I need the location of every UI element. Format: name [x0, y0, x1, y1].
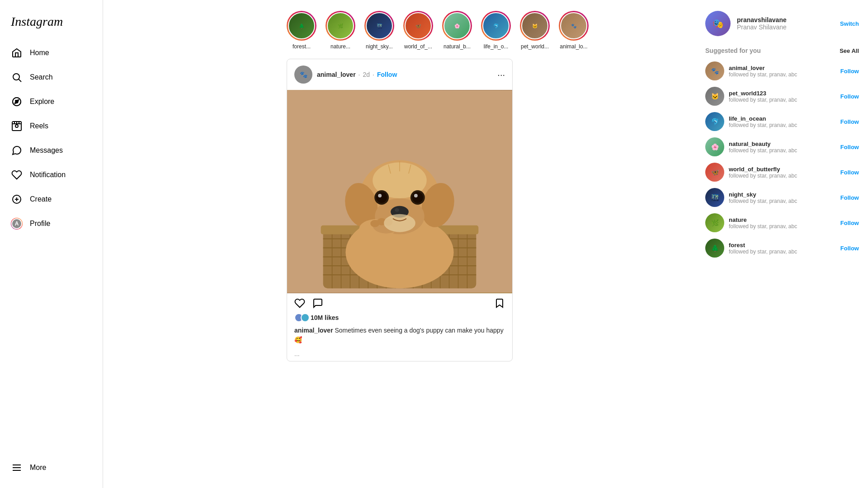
suggestion-username-animal-lover[interactable]: animal_lover — [729, 65, 836, 71]
story-label-butterfly: world_of_... — [404, 43, 432, 50]
story-night-sky[interactable]: 🌃 night_sky... — [364, 11, 394, 50]
story-nature[interactable]: 🌿 nature... — [326, 11, 355, 50]
suggestion-username-pet-world123[interactable]: pet_world123 — [729, 90, 836, 97]
suggestion-night-sky: 🌃 night_sky followed by star, pranav, ab… — [705, 188, 859, 207]
story-label-ocean: life_in_o... — [484, 43, 509, 50]
suggestion-avatar-pet-world123[interactable]: 🐱 — [705, 87, 724, 106]
post-comment-ellipsis[interactable]: ... — [287, 350, 512, 361]
user-profile-fullname: Pranav Shilavane — [737, 23, 834, 31]
story-ring-nature: 🌿 — [326, 11, 355, 41]
story-label-nature: nature... — [330, 43, 350, 50]
sidebar-label-reels: Reels — [30, 122, 48, 130]
suggestion-username-forest[interactable]: forest — [729, 242, 836, 249]
switch-account-button[interactable]: Switch — [840, 20, 859, 27]
sidebar-label-profile: Profile — [30, 220, 50, 228]
suggestion-info-natural-beauty: natural_beauty followed by star, pranav,… — [729, 141, 836, 154]
post-follow-button[interactable]: Follow — [377, 71, 397, 78]
story-ring-butterfly: 🦋 — [403, 11, 433, 41]
follow-button-natural-beauty[interactable]: Follow — [840, 144, 859, 150]
follow-button-forest[interactable]: Follow — [840, 245, 859, 252]
post-caption-username[interactable]: animal_lover — [294, 327, 333, 334]
suggestion-avatar-nature[interactable]: 🌿 — [705, 213, 724, 232]
suggestion-username-natural-beauty[interactable]: natural_beauty — [729, 141, 836, 147]
follow-button-life-ocean[interactable]: Follow — [840, 118, 859, 125]
heart-icon — [11, 169, 23, 181]
suggestion-sub-world-butterfly: followed by star, pranav, abc — [729, 173, 810, 179]
suggestion-avatar-night-sky[interactable]: 🌃 — [705, 188, 724, 207]
suggestion-avatar-natural-beauty[interactable]: 🌸 — [705, 137, 724, 156]
suggestion-avatar-forest[interactable]: 🌲 — [705, 239, 724, 258]
see-all-button[interactable]: See All — [840, 47, 859, 54]
suggestion-avatar-animal-lover[interactable]: 🐾 — [705, 61, 724, 80]
sidebar-item-notification[interactable]: Notification — [5, 164, 97, 186]
follow-button-nature[interactable]: Follow — [840, 220, 859, 226]
suggestion-animal-lover: 🐾 animal_lover followed by star, pranav,… — [705, 61, 859, 80]
post-username-row: animal_lover · 2d · Follow — [317, 71, 493, 78]
app-logo[interactable]: Instagram — [5, 9, 97, 40]
suggestion-username-nature[interactable]: nature — [729, 216, 836, 223]
post-user-avatar[interactable]: 🐾 — [294, 66, 312, 84]
post-time: 2d — [363, 71, 370, 78]
suggestion-info-world-butterfly: world_of_butterfly followed by star, pra… — [729, 166, 836, 179]
suggested-header: Suggested for you See All — [705, 47, 859, 54]
like-button[interactable] — [294, 298, 305, 309]
post-header: 🐾 animal_lover · 2d · Follow ··· — [287, 59, 512, 90]
post-separator: · — [359, 71, 360, 78]
suggestion-info-nature: nature followed by star, pranav, abc — [729, 216, 836, 230]
story-avatar-forest: 🌲 — [288, 12, 315, 39]
post-separator2: · — [373, 71, 374, 78]
story-life-ocean[interactable]: 🐬 life_in_o... — [481, 11, 511, 50]
suggestion-pet-world123: 🐱 pet_world123 followed by star, pranav,… — [705, 87, 859, 106]
follow-button-world-butterfly[interactable]: Follow — [840, 169, 859, 176]
suggestion-avatar-world-butterfly[interactable]: 🦋 — [705, 163, 724, 182]
story-natural-beauty[interactable]: 🌸 natural_b... — [442, 11, 472, 50]
sidebar-item-create[interactable]: Create — [5, 188, 97, 211]
suggestion-info-forest: forest followed by star, pranav, abc — [729, 242, 836, 255]
sidebar-item-messages[interactable]: Messages — [5, 139, 97, 162]
story-animal-lover[interactable]: 🐾 animal_lo... — [559, 11, 589, 50]
heart-outline-icon — [294, 298, 305, 309]
sidebar-item-profile[interactable]: A Profile — [5, 212, 97, 235]
suggested-title: Suggested for you — [705, 47, 761, 54]
post-username[interactable]: animal_lover — [317, 71, 356, 78]
bookmark-button[interactable] — [494, 298, 505, 309]
suggestion-sub-forest: followed by star, pranav, abc — [729, 249, 810, 255]
post-more-button[interactable]: ··· — [497, 70, 505, 79]
suggestion-info-night-sky: night_sky followed by star, pranav, abc — [729, 191, 836, 204]
story-ring-animal: 🐾 — [559, 11, 589, 41]
sidebar-label-more: More — [30, 464, 46, 472]
user-profile-username[interactable]: pranavshilavane — [737, 16, 834, 23]
sidebar-item-more[interactable]: More — [5, 456, 97, 479]
suggestion-sub-night-sky: followed by star, pranav, abc — [729, 198, 810, 204]
story-forest[interactable]: 🌲 forest... — [287, 11, 316, 50]
story-world-butterfly[interactable]: 🦋 world_of_... — [403, 11, 433, 50]
post-likes-row: 10M likes — [287, 313, 512, 326]
explore-icon — [11, 96, 23, 108]
follow-button-night-sky[interactable]: Follow — [840, 194, 859, 201]
follow-button-pet-world123[interactable]: Follow — [840, 93, 859, 100]
story-avatar-night: 🌃 — [366, 12, 393, 39]
suggestion-avatar-life-ocean[interactable]: 🐬 — [705, 112, 724, 131]
user-profile-info: pranavshilavane Pranav Shilavane — [737, 16, 834, 31]
user-profile-avatar[interactable]: 🎭 — [705, 11, 731, 36]
svg-point-6 — [15, 125, 18, 127]
suggestion-life-in-ocean: 🐬 life_in_ocean followed by star, pranav… — [705, 112, 859, 131]
comment-icon — [312, 298, 323, 309]
suggestion-username-night-sky[interactable]: night_sky — [729, 191, 836, 198]
svg-point-50 — [376, 192, 387, 203]
reels-icon — [11, 120, 23, 132]
story-avatar-ocean: 🐬 — [482, 12, 509, 39]
sidebar-item-search[interactable]: Search — [5, 66, 97, 89]
bookmark-icon — [494, 298, 505, 309]
suggestion-username-world-butterfly[interactable]: world_of_butterfly — [729, 166, 836, 173]
suggestion-username-life-ocean[interactable]: life_in_ocean — [729, 115, 836, 122]
sidebar-item-explore[interactable]: Explore — [5, 90, 97, 113]
sidebar-item-reels[interactable]: Reels — [5, 115, 97, 137]
comment-button[interactable] — [312, 298, 323, 309]
follow-button-animal-lover[interactable]: Follow — [840, 68, 859, 75]
sidebar-label-create: Create — [30, 195, 52, 203]
story-pet-world[interactable]: 🐱 pet_world... — [520, 11, 550, 50]
create-icon — [11, 193, 23, 205]
suggestion-sub-pet-world123: followed by star, pranav, abc — [729, 97, 810, 103]
sidebar-item-home[interactable]: Home — [5, 42, 97, 64]
